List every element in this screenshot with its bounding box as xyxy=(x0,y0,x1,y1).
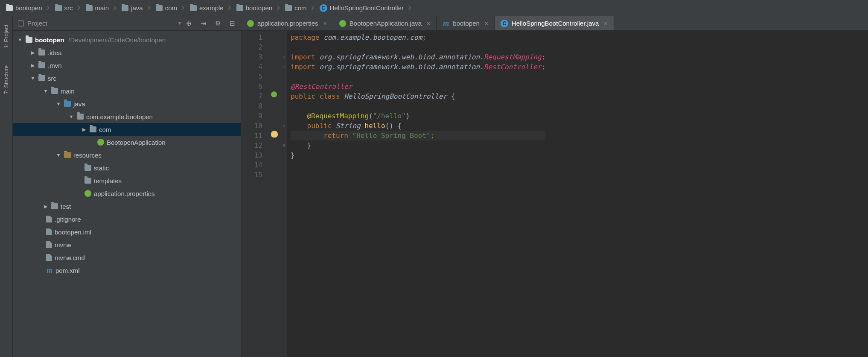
tree-item[interactable]: resources xyxy=(13,149,241,161)
structure-tool-tab[interactable]: 7: Structure xyxy=(3,65,9,94)
file-icon xyxy=(46,216,52,222)
editor-tab[interactable]: mbootopen× xyxy=(437,16,495,30)
intention-bulb-icon[interactable] xyxy=(271,131,278,138)
folder-icon xyxy=(38,62,45,68)
tree-item[interactable]: application.properties xyxy=(13,187,241,200)
breadcrumb-item[interactable]: CHelloSpringBootController› xyxy=(318,2,413,14)
hide-icon[interactable]: ⊟ xyxy=(229,20,236,27)
settings-icon[interactable]: ⚙ xyxy=(214,20,221,27)
folder-icon xyxy=(86,5,93,11)
spring-class-icon xyxy=(339,20,346,27)
breadcrumb-item[interactable]: bootopen› xyxy=(235,2,282,14)
chevron-right-icon: › xyxy=(77,2,81,12)
tree-item[interactable]: src xyxy=(13,72,241,85)
tree-item-selected[interactable]: com xyxy=(13,123,241,136)
source-folder-icon xyxy=(64,101,71,107)
tree-item[interactable]: .mvn xyxy=(13,59,241,72)
chevron-right-icon: › xyxy=(147,2,151,12)
code-content[interactable]: package com.example.bootopen.com; import… xyxy=(287,31,545,357)
spring-gutter-icon[interactable] xyxy=(271,91,277,97)
code-editor[interactable]: 123456789101112131415 ⊖⊟ ⊖ ⊟ package com… xyxy=(241,31,868,357)
class-icon: C xyxy=(501,20,508,27)
file-icon xyxy=(46,241,52,248)
folder-icon xyxy=(156,5,163,11)
tree-item[interactable]: .gitignore xyxy=(13,213,241,225)
project-tree: bootopen/Development/CodeOne/bootopen .i… xyxy=(13,31,241,279)
tree-item[interactable]: bootopen.iml xyxy=(13,225,241,238)
breadcrumb-item[interactable]: example› xyxy=(188,2,233,14)
editor-tab[interactable]: application.properties× xyxy=(241,16,333,30)
folder-icon xyxy=(84,178,91,184)
chevron-right-icon: › xyxy=(311,2,315,12)
file-icon xyxy=(46,228,52,235)
breadcrumb-item[interactable]: src› xyxy=(53,2,82,14)
spring-class-icon xyxy=(97,139,104,146)
folder-icon xyxy=(84,165,91,171)
maven-icon: m xyxy=(443,20,449,27)
tree-item[interactable]: com.example.bootopen xyxy=(13,110,241,123)
tree-item[interactable]: BootopenApplication xyxy=(13,136,241,149)
breadcrumb-item[interactable]: com› xyxy=(283,2,316,14)
chevron-right-icon: › xyxy=(181,2,185,12)
maven-icon: m xyxy=(46,267,53,274)
gutter-marks xyxy=(268,31,281,357)
editor-tab[interactable]: BootopenApplication.java× xyxy=(333,16,437,30)
breadcrumb-item[interactable]: com› xyxy=(154,2,186,14)
chevron-right-icon: › xyxy=(277,2,280,12)
tree-item[interactable]: mvnw.cmd xyxy=(13,251,241,264)
project-tool-tab[interactable]: 1: Project xyxy=(3,25,9,48)
folder-icon xyxy=(285,5,292,11)
project-panel: Project ▼ ⊕ ⇥ ⚙ ⊟ bootopen/Development/C… xyxy=(13,16,241,357)
folder-icon xyxy=(6,5,13,11)
panel-icon xyxy=(18,20,24,26)
breadcrumb-item[interactable]: java› xyxy=(120,2,152,14)
breadcrumb-item[interactable]: bootopen› xyxy=(4,2,52,14)
close-icon[interactable]: × xyxy=(604,20,607,27)
folder-icon xyxy=(51,88,58,94)
module-icon xyxy=(26,37,32,43)
close-icon[interactable]: × xyxy=(323,20,327,27)
chevron-right-icon: › xyxy=(113,2,117,12)
chevron-right-icon: › xyxy=(47,2,50,12)
folder-icon xyxy=(38,75,45,81)
editor-tabs: application.properties× BootopenApplicat… xyxy=(241,16,868,31)
close-icon[interactable]: × xyxy=(485,20,488,27)
file-icon xyxy=(46,254,52,261)
spring-icon xyxy=(247,20,254,27)
tree-item[interactable]: static xyxy=(13,161,241,174)
locate-icon[interactable]: ⊕ xyxy=(185,20,192,27)
fold-gutter: ⊖⊟ ⊖ ⊟ xyxy=(281,31,287,357)
tree-item[interactable]: templates xyxy=(13,174,241,187)
tree-root[interactable]: bootopen/Development/CodeOne/bootopen xyxy=(13,33,241,46)
tree-item[interactable]: java xyxy=(13,97,241,110)
breadcrumb-item[interactable]: main› xyxy=(84,2,119,14)
folder-icon xyxy=(51,203,58,209)
folder-icon xyxy=(190,5,197,11)
tree-item[interactable]: test xyxy=(13,200,241,213)
tool-window-bar: 1: Project 7: Structure xyxy=(0,16,13,357)
package-icon xyxy=(90,126,96,132)
tree-item[interactable]: .idea xyxy=(13,46,241,59)
tree-item[interactable]: mpom.xml xyxy=(13,264,241,277)
tree-item[interactable]: mvnw xyxy=(13,238,241,251)
chevron-down-icon: ▼ xyxy=(178,21,182,26)
close-icon[interactable]: × xyxy=(427,20,430,27)
editor-tab-active[interactable]: CHelloSpringBootController.java× xyxy=(495,16,614,30)
resources-folder-icon xyxy=(64,152,71,158)
folder-icon xyxy=(55,5,62,11)
folder-icon xyxy=(38,50,45,56)
class-icon: C xyxy=(320,4,327,12)
spring-icon xyxy=(84,190,91,197)
folder-icon xyxy=(236,5,243,11)
project-panel-header: Project ▼ ⊕ ⇥ ⚙ ⊟ xyxy=(13,16,241,31)
project-view-selector[interactable]: Project ▼ xyxy=(18,20,182,27)
chevron-right-icon: › xyxy=(408,2,411,12)
editor-area: application.properties× BootopenApplicat… xyxy=(241,16,868,357)
package-icon xyxy=(77,114,84,120)
chevron-right-icon: › xyxy=(228,2,231,12)
breadcrumb: bootopen› src› main› java› com› example›… xyxy=(0,0,868,16)
tree-item[interactable]: main xyxy=(13,85,241,97)
line-number-gutter: 123456789101112131415 xyxy=(241,31,268,357)
collapse-icon[interactable]: ⇥ xyxy=(200,20,207,27)
folder-icon xyxy=(122,5,128,11)
